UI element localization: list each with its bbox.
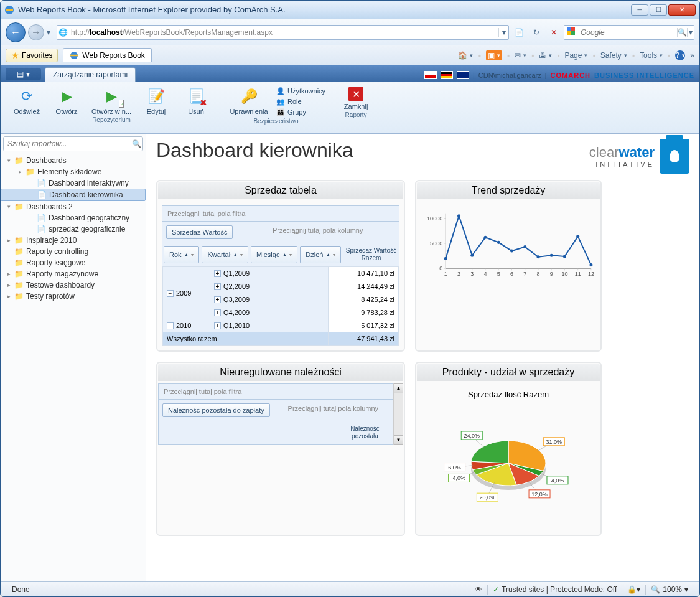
forward-button[interactable]: → xyxy=(28,24,44,40)
security-icon[interactable]: 🔒▾ xyxy=(622,585,645,594)
groups-button[interactable]: 👪Grupy xyxy=(276,108,306,116)
url-field[interactable]: http://localhost/WebReportsBook/ReportsM… xyxy=(68,27,498,38)
dim-chip[interactable]: Miesiąc ▲▾ xyxy=(251,246,297,263)
ribbon: ⟳ Odśwież ▶ Otwórz ▶▫ Otwórz w n... 📝 Ed… xyxy=(1,82,699,134)
flag-en-icon[interactable] xyxy=(457,71,469,79)
tree-node[interactable]: ▾📁Dashboards xyxy=(1,155,146,166)
refresh-icon[interactable]: ↻ xyxy=(529,25,544,40)
permissions-button[interactable]: 🔑 Uprawnienia xyxy=(226,87,271,115)
panel-title: Nieuregulowane należności xyxy=(158,364,403,381)
status-text: Done xyxy=(7,585,35,594)
flag-de-icon[interactable] xyxy=(441,71,453,79)
chevron-right-icon[interactable]: » xyxy=(690,51,694,60)
group-icon: 👪 xyxy=(276,108,285,116)
pivot-receivables[interactable]: Przeciągnij tutaj pola filtra Należność … xyxy=(158,383,393,445)
scroll-up[interactable]: ▲ xyxy=(394,383,403,393)
edit-button[interactable]: 📝 Edytuj xyxy=(139,87,174,115)
column-zone[interactable]: Przeciągnij tutaj pola kolumny xyxy=(236,222,399,243)
mail-button[interactable]: ✉ xyxy=(515,51,526,60)
svg-text:24,0%: 24,0% xyxy=(464,433,480,439)
tree-node[interactable]: 📄sprzedaż geograficznie xyxy=(1,223,146,235)
star-icon: ★ xyxy=(11,50,19,60)
svg-rect-2 xyxy=(571,27,575,31)
measure-chip[interactable]: Należność pozostała do zapłaty xyxy=(162,403,270,417)
scroll-down[interactable]: ▼ xyxy=(394,435,403,445)
edit-icon: 📝 xyxy=(146,87,166,106)
tree-node[interactable]: ▸📁Raporty magazynowe xyxy=(1,268,146,280)
tree-search[interactable]: 🔍 xyxy=(3,136,143,151)
tools-menu[interactable]: Tools xyxy=(640,51,663,60)
panel-title: Produkty - udział w sprzedaży xyxy=(417,364,600,381)
svg-text:31,0%: 31,0% xyxy=(546,439,562,445)
address-dropdown[interactable]: ▾ xyxy=(498,28,508,37)
rss-button[interactable]: ▣ xyxy=(486,50,502,60)
search-icon[interactable]: 🔍 xyxy=(130,139,142,148)
tree-node[interactable]: 📄Dashboard geograficzny xyxy=(1,212,146,223)
minimize-button[interactable]: ─ xyxy=(631,4,648,16)
page-menu[interactable]: Page xyxy=(564,51,587,60)
safety-menu[interactable]: Safety xyxy=(600,51,627,60)
tree-node[interactable]: 📁Raporty księgowe xyxy=(1,257,146,268)
svg-text:3: 3 xyxy=(470,271,474,277)
filter-zone[interactable]: Przeciągnij tutaj pola filtra xyxy=(159,384,393,400)
tree-search-input[interactable] xyxy=(4,137,130,151)
back-button[interactable]: ← xyxy=(6,22,26,42)
print-button[interactable]: 🖶 xyxy=(539,51,552,60)
svg-point-35 xyxy=(536,255,539,258)
key-icon: 🔑 xyxy=(239,87,259,106)
report-tree[interactable]: ▾📁Dashboards▸📁Elementy składowe📄Dashboar… xyxy=(1,154,146,581)
window-title: Web Reports Book - Microsoft Internet Ex… xyxy=(18,5,631,14)
search-go-icon[interactable]: 🔍 xyxy=(677,28,687,37)
tree-node[interactable]: ▸📁Testy raprotów xyxy=(1,291,146,302)
role-icon: 👥 xyxy=(276,97,285,106)
tree-node[interactable]: ▾📁Dashboards 2 xyxy=(1,201,146,212)
tree-node[interactable]: 📁Raporty controlling xyxy=(1,246,146,257)
zoom-control[interactable]: 🔍100% ▾ xyxy=(646,585,693,594)
search-box[interactable]: 🔍 ▾ xyxy=(564,25,694,40)
dim-chip[interactable]: Rok ▲▾ xyxy=(164,246,199,263)
dim-chip[interactable]: Kwartał ▲▾ xyxy=(202,246,248,263)
tree-node[interactable]: ▸📁Elementy składowe xyxy=(1,166,146,177)
pivot-data: −2009+Q1,200910 471,10 zł+Q2,200914 244,… xyxy=(162,266,399,346)
filter-zone[interactable]: Przeciągnij tutaj pola filtra xyxy=(162,206,399,222)
open-new-button[interactable]: ▶▫ Otwórz w n... xyxy=(89,87,134,115)
tab-zarzadzanie[interactable]: Zarządzanie raportami xyxy=(45,67,136,82)
flag-pl-icon[interactable] xyxy=(424,71,437,79)
help-button[interactable]: ? xyxy=(675,50,685,60)
scrollbar[interactable]: ▲ ▼ xyxy=(393,383,403,445)
address-bar[interactable]: 🌐 http://localhost/WebReportsBook/Report… xyxy=(57,25,509,40)
svg-point-32 xyxy=(523,245,526,248)
pivot-sales[interactable]: Przeciągnij tutaj pola filtra Sprzedaż W… xyxy=(162,205,399,346)
stop-icon[interactable]: ✕ xyxy=(546,25,561,40)
ie-icon xyxy=(4,5,14,15)
compat-icon[interactable]: 📄 xyxy=(511,25,526,40)
page-tab[interactable]: Web Reports Book xyxy=(63,48,152,62)
panel-pie: Produkty - udział w sprzedaży Sprzedaż I… xyxy=(415,362,602,536)
tree-node[interactable]: 📄Dashboard kierownika xyxy=(1,189,146,201)
svg-rect-4 xyxy=(571,31,575,35)
tree-node[interactable]: 📄Dashboard interaktywny xyxy=(1,177,146,189)
open-button[interactable]: ▶ Otwórz xyxy=(49,87,84,115)
favorites-button[interactable]: ★ Favorites xyxy=(6,49,58,62)
close-button[interactable]: ✕ xyxy=(668,4,696,16)
tree-node[interactable]: ▸📁Testowe dashboardy xyxy=(1,280,146,291)
close-report-button[interactable]: ✕ Zamknij xyxy=(338,87,373,110)
svg-text:9: 9 xyxy=(550,271,553,277)
tab-row: ★ Favorites Web Reports Book 🏠 ▪ ▣ ▪ ✉ ▪… xyxy=(1,45,699,65)
refresh-button[interactable]: ⟳ Odśwież xyxy=(9,87,44,115)
maximize-button[interactable]: ☐ xyxy=(650,4,667,16)
column-zone[interactable]: Przeciągnij tutaj pola kolumny xyxy=(274,400,393,421)
dim-chip[interactable]: Dzień ▲▾ xyxy=(300,246,341,263)
home-button[interactable]: 🏠 xyxy=(458,51,473,60)
privacy-icon[interactable]: 👁 xyxy=(470,585,487,594)
users-button[interactable]: 👤Użytkownicy xyxy=(276,87,325,95)
delete-button[interactable]: 📃✖ Usuń xyxy=(179,87,213,115)
nav-history-dropdown[interactable]: ▾ xyxy=(47,28,54,37)
app-menu-button[interactable]: ▤▾ xyxy=(6,68,41,80)
search-dropdown[interactable]: ▾ xyxy=(687,28,694,37)
svg-point-29 xyxy=(510,250,513,253)
roles-button[interactable]: 👥Role xyxy=(276,97,302,106)
search-input[interactable] xyxy=(578,27,677,38)
measure-chip[interactable]: Sprzedaż Wartość xyxy=(166,225,233,239)
tree-node[interactable]: ▸📁Inspiracje 2010 xyxy=(1,235,146,246)
